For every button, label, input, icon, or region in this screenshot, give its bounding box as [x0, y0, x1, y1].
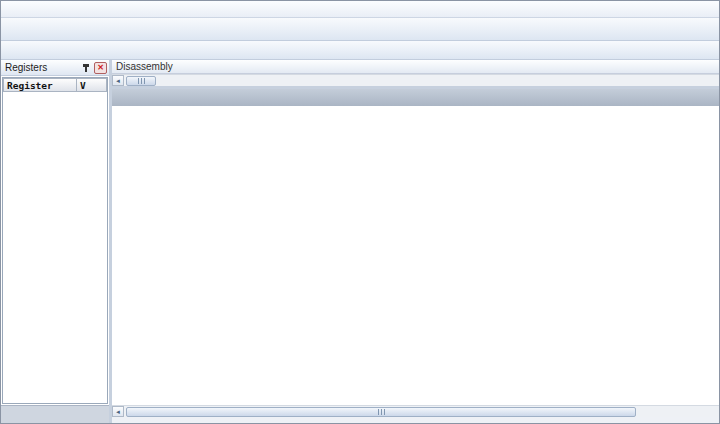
close-icon[interactable]: ✕ [94, 62, 107, 74]
scroll-left-icon[interactable]: ◄ [112, 75, 124, 86]
menu-bar [1, 1, 719, 18]
scroll-thumb[interactable] [126, 407, 636, 417]
main-area: Registers ✕ Register V Disassembly [1, 60, 719, 424]
registers-rows [3, 92, 107, 403]
registers-panel-header: Registers ✕ [1, 60, 109, 76]
registers-tree: Register V [2, 77, 108, 404]
disassembly-window: Disassembly ◄ [112, 60, 719, 89]
bottom-spacer [112, 417, 719, 424]
disassembly-hscrollbar[interactable]: ◄ [112, 74, 719, 86]
registers-column-headers: Register V [3, 78, 107, 92]
debug-toolbar [1, 41, 719, 60]
registers-panel: Registers ✕ Register V [1, 60, 112, 424]
scroll-thumb[interactable] [126, 76, 156, 86]
registers-panel-title: Registers [5, 62, 80, 73]
editor-tab-bar [112, 89, 719, 106]
bottom-panel-tabs [1, 405, 109, 424]
code-editor[interactable] [112, 106, 719, 405]
scroll-left-icon[interactable]: ◄ [112, 406, 124, 417]
uvision-ide-window: Registers ✕ Register V Disassembly [0, 0, 720, 424]
pin-icon[interactable] [80, 62, 92, 74]
file-toolbar [1, 18, 719, 41]
register-column-header[interactable]: Register [3, 78, 77, 92]
right-column: Disassembly ◄ ◄ [112, 60, 719, 424]
editor-hscrollbar[interactable]: ◄ [112, 405, 719, 417]
value-column-header[interactable]: V [77, 78, 107, 92]
disassembly-title: Disassembly [112, 60, 719, 74]
